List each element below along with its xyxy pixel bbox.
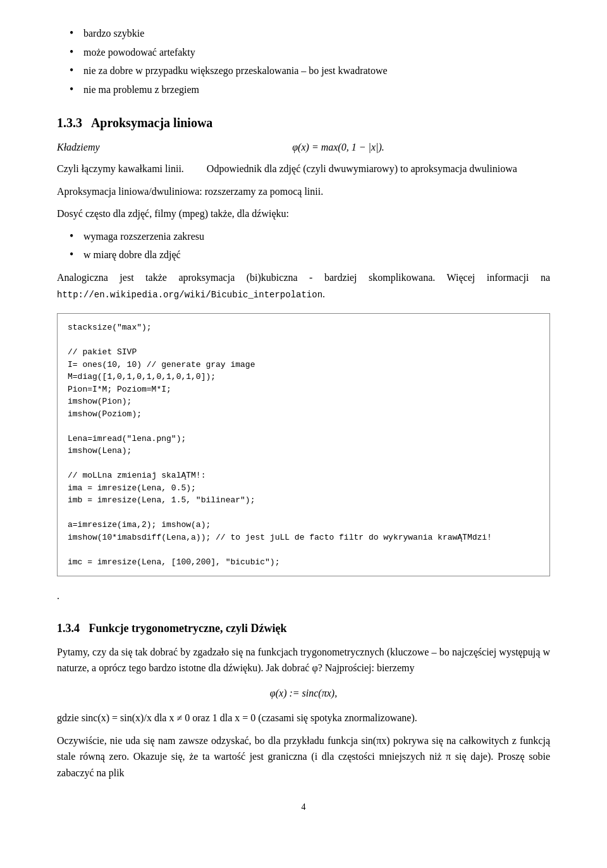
bullet-item-4: nie ma problemu z brzegiem (70, 82, 550, 98)
mid-bullet-list: wymaga rozszerzenia zakresu w miarę dobr… (57, 228, 550, 263)
kladziemy-row: Kładziemy φ(x) = max(0, 1 − |x|). (57, 139, 550, 156)
top-bullet-list: bardzo szybkie może powodować artefakty … (57, 25, 550, 97)
formula-max: φ(x) = max(0, 1 − |x|). (126, 139, 550, 156)
para-4: Pytamy, czy da się tak dobrać by zgadzał… (57, 644, 550, 676)
dot-separator: . (57, 588, 550, 604)
mid-bullet-1: wymaga rozszerzenia zakresu (70, 228, 550, 245)
para-6: Oczywiście, nie uda się nam zawsze odzys… (57, 733, 550, 781)
bullet-item-2: może powodować artefakty (70, 44, 550, 61)
bullet-item-3: nie za dobre w przypadku większego przes… (70, 63, 550, 79)
bullet-item-1: bardzo szybkie (70, 25, 550, 42)
para-3: Analogiczna jest także aproksymacja (bi)… (57, 270, 550, 302)
kladziemy-label: Kładziemy (57, 139, 126, 156)
para-2: Dosyć często dla zdjęć, filmy (mpeg) tak… (57, 206, 550, 222)
code-block: stacksize("max"); // pakiet SIVP I= ones… (57, 313, 550, 576)
section-134-heading: 1.3.4 Funkcje trygonometryczne, czyli Dź… (57, 619, 550, 638)
page: bardzo szybkie może powodować artefakty … (0, 0, 607, 868)
para-5: gdzie sinc(x) = sin(x)/x dla x ≠ 0 oraz … (57, 710, 550, 726)
formula-sinc: φ(x) := sinc(πx), (57, 685, 550, 702)
page-number: 4 (57, 800, 550, 814)
para-1: Czyli łączymy kawałkami linii. Odpowiedn… (57, 161, 550, 177)
para-1-sub: Aproksymacja liniowa/dwuliniowa: rozszer… (57, 183, 550, 200)
url-link: http://en.wikipedia.org/wiki/Bicubic_int… (57, 290, 322, 300)
section-133-heading: 1.3.3 Aproksymacja liniowa (57, 113, 550, 133)
mid-bullet-2: w miarę dobre dla zdjęć (70, 247, 550, 263)
